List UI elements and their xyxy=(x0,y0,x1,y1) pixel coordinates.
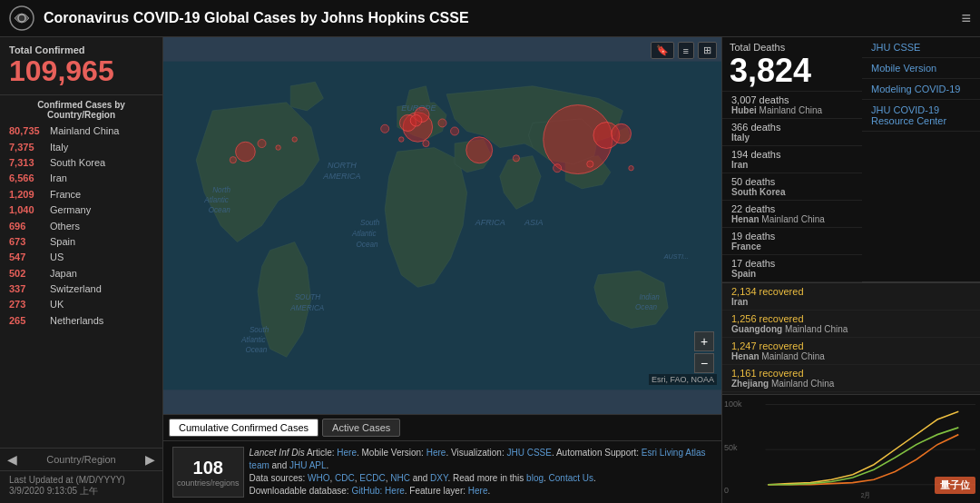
country-item: 6,566Iran xyxy=(0,171,162,186)
map-zoom: + − xyxy=(694,331,714,373)
blog-link[interactable]: blog xyxy=(526,473,544,483)
ecdc-link[interactable]: ECDC xyxy=(359,473,385,483)
right-panel: Total Deaths 3,824 3,007 deathsHubei Mai… xyxy=(721,37,980,503)
menu-icon[interactable]: ≡ xyxy=(961,9,971,28)
death-count: 366 deaths xyxy=(731,122,853,133)
page-title: Coronavirus COVID-19 Global Cases by Joh… xyxy=(44,10,961,26)
svg-point-36 xyxy=(230,157,236,163)
svg-point-38 xyxy=(292,137,297,142)
death-item: 194 deathsIran xyxy=(722,146,862,173)
death-count: 22 deaths xyxy=(731,203,853,214)
svg-point-34 xyxy=(513,155,519,162)
nhc-link[interactable]: NHC xyxy=(390,473,410,483)
recovered-count: 1,161 recovered xyxy=(731,368,971,379)
countries-count-number: 108 xyxy=(193,458,223,478)
death-item: 3,007 deathsHubei Mainland China xyxy=(722,92,862,119)
country-item: 265Netherlands xyxy=(0,313,162,329)
total-confirmed-number: 109,965 xyxy=(9,55,153,87)
tab-cumulative[interactable]: Cumulative Confirmed Cases xyxy=(169,419,318,437)
country-count: 337 xyxy=(9,282,50,296)
watermark: 量子位 xyxy=(935,477,975,494)
info-text: Lancet Inf Dis Article: Here. Mobile Ver… xyxy=(250,447,712,498)
header: Coronavirus COVID-19 Global Cases by Joh… xyxy=(0,0,980,37)
recovered-count: 1,247 recovered xyxy=(731,340,971,351)
svg-point-33 xyxy=(451,127,459,135)
right-link-item[interactable]: JHU CSSE xyxy=(862,37,980,58)
zoom-in-button[interactable]: + xyxy=(694,331,714,351)
country-item: 80,735Mainland China xyxy=(0,123,162,139)
nav-prev-arrow[interactable]: ◀ xyxy=(7,452,17,467)
svg-point-42 xyxy=(587,161,593,167)
country-count: 80,735 xyxy=(9,124,50,138)
info-text-content: Lancet Inf Dis Article: Here. Mobile Ver… xyxy=(250,448,706,496)
svg-text:SOUTH: SOUTH xyxy=(295,293,321,301)
country-count: 696 xyxy=(9,220,50,233)
jhu-csse-link[interactable]: JHU CSSE xyxy=(506,448,551,458)
github-link[interactable]: GitHub: Here xyxy=(351,486,404,496)
total-confirmed-box: Total Confirmed 109,965 xyxy=(0,37,162,95)
world-map[interactable]: North Atlantic Ocean South Atlantic Ocea… xyxy=(163,37,721,414)
recovered-item: 1,256 recoveredGuangdong Mainland China xyxy=(722,311,980,338)
tab-active[interactable]: Active Cases xyxy=(322,419,400,437)
country-name: Italy xyxy=(50,141,68,154)
cdc-link[interactable]: CDC xyxy=(335,473,355,483)
svg-text:2月: 2月 xyxy=(861,492,870,500)
bookmark-button[interactable]: 🔖 xyxy=(651,42,674,59)
svg-text:AMERICA: AMERICA xyxy=(322,172,360,181)
country-name: US xyxy=(50,251,64,264)
map-svg: North Atlantic Ocean South Atlantic Ocea… xyxy=(163,37,721,414)
deaths-list: 3,007 deathsHubei Mainland China366 deat… xyxy=(722,92,862,282)
svg-point-24 xyxy=(466,137,493,163)
country-name: Spain xyxy=(50,235,75,249)
zoom-out-button[interactable]: − xyxy=(694,353,714,373)
right-top-links: JHU CSSEMobile VersionModeling COVID-19J… xyxy=(862,37,980,282)
death-item: 17 deathsSpain xyxy=(722,255,862,282)
country-count: 273 xyxy=(9,298,50,311)
y-label-100k: 100k xyxy=(724,399,742,409)
svg-point-26 xyxy=(612,123,632,143)
svg-text:AUSTI...: AUSTI... xyxy=(663,252,689,261)
list-button[interactable]: ≡ xyxy=(678,42,694,59)
svg-point-35 xyxy=(258,140,266,148)
country-count: 7,375 xyxy=(9,141,50,154)
left-panel: Total Confirmed 109,965 Confirmed Cases … xyxy=(0,37,163,503)
country-count: 6,566 xyxy=(9,172,50,185)
country-name: Japan xyxy=(50,267,77,281)
jhu-apl-link[interactable]: JHU APL xyxy=(289,460,327,470)
right-link-item[interactable]: JHU COVID-19 Resource Center xyxy=(862,100,980,132)
main-layout: Total Confirmed 109,965 Confirmed Cases … xyxy=(0,37,980,503)
country-count: 265 xyxy=(9,314,50,328)
svg-text:Ocean: Ocean xyxy=(635,303,657,311)
country-name: South Korea xyxy=(50,156,105,170)
country-count: 1,209 xyxy=(9,188,50,202)
country-name: Germany xyxy=(50,203,91,217)
grid-button[interactable]: ⊞ xyxy=(698,42,717,59)
death-item: 366 deathsItaly xyxy=(722,119,862,146)
country-name: UK xyxy=(50,298,64,311)
recovered-place: Guangdong Mainland China xyxy=(731,324,971,334)
svg-point-32 xyxy=(438,119,446,127)
nav-next-arrow[interactable]: ▶ xyxy=(145,452,155,467)
right-link-item[interactable]: Modeling COVID-19 xyxy=(862,79,980,100)
svg-text:NORTH: NORTH xyxy=(328,161,357,170)
death-place: Spain xyxy=(731,269,853,279)
mobile-link[interactable]: Here xyxy=(426,448,446,458)
feature-link[interactable]: Here xyxy=(468,486,488,496)
who-link[interactable]: WHO xyxy=(308,473,329,483)
right-link-item[interactable]: Mobile Version xyxy=(862,58,980,79)
death-count: 17 deaths xyxy=(731,258,853,269)
svg-text:AFRICA: AFRICA xyxy=(475,219,505,228)
confirmed-by-label: Confirmed Cases by Country/Region xyxy=(0,95,162,122)
death-count: 194 deaths xyxy=(731,149,853,160)
svg-text:South: South xyxy=(250,326,270,334)
country-item: 673Spain xyxy=(0,234,162,250)
svg-text:Ocean: Ocean xyxy=(245,346,267,354)
article-link[interactable]: Here xyxy=(337,448,357,458)
deaths-number: 3,824 xyxy=(730,53,855,89)
death-item: 50 deathsSouth Korea xyxy=(722,173,862,201)
dxy-link[interactable]: DXY xyxy=(430,473,447,483)
recovered-place: Henan Mainland China xyxy=(731,351,971,361)
country-item: 7,313South Korea xyxy=(0,155,162,171)
svg-text:ASIA: ASIA xyxy=(524,219,544,228)
contact-link[interactable]: Contact Us xyxy=(549,473,593,483)
